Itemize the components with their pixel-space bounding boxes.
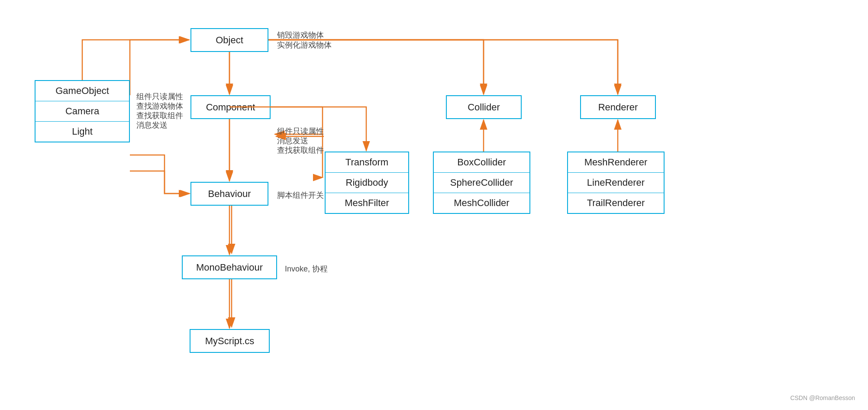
meshcollider-item: MeshCollider [434,193,529,213]
transform-group: Transform Rigidbody MeshFilter [325,152,409,214]
monobehaviour-label: Invoke, 协程 [285,263,328,275]
trailrenderer-item: TrailRenderer [568,193,664,213]
gameobject-item: GameObject [35,81,129,101]
transform-item: Transform [326,152,408,173]
monobehaviour-node: MonoBehaviour [182,255,277,279]
myscript-label: MyScript.cs [205,336,255,347]
light-item: Light [35,122,129,142]
watermark: CSDN @RomanBesson [790,394,855,401]
gameobject-label4: 消息发送 [136,119,168,131]
linerenderer-item: LineRenderer [568,173,664,193]
camera-item: Camera [35,101,129,122]
renderer-group: MeshRenderer LineRenderer TrailRenderer [567,152,665,214]
object-label2: 实例化游戏物体 [277,39,332,51]
meshfilter-item: MeshFilter [326,193,408,213]
component-label: Component [206,102,255,113]
monobehaviour-label: MonoBehaviour [196,262,263,273]
boxcollider-item: BoxCollider [434,152,529,173]
collider-node: Collider [446,95,522,119]
component-label3: 查找获取组件 [277,145,324,156]
rigidbody-item: Rigidbody [326,173,408,193]
spherecollider-item: SphereCollider [434,173,529,193]
collider-label: Collider [468,102,500,113]
myscript-node: MyScript.cs [190,329,270,353]
component-node: Component [190,95,271,119]
collider-group: BoxCollider SphereCollider MeshCollider [433,152,530,214]
meshrenderer-item: MeshRenderer [568,152,664,173]
behaviour-label: Behaviour [208,188,251,200]
behaviour-node: Behaviour [190,182,268,206]
gameobject-group: GameObject Camera Light [35,80,130,142]
behaviour-label: 脚本组件开关 [277,190,324,201]
renderer-label: Renderer [598,102,638,113]
renderer-node: Renderer [580,95,656,119]
object-node: Object [190,28,268,52]
object-label: Object [216,35,243,46]
diagram: Object Component Behaviour MonoBehaviour… [0,0,868,410]
